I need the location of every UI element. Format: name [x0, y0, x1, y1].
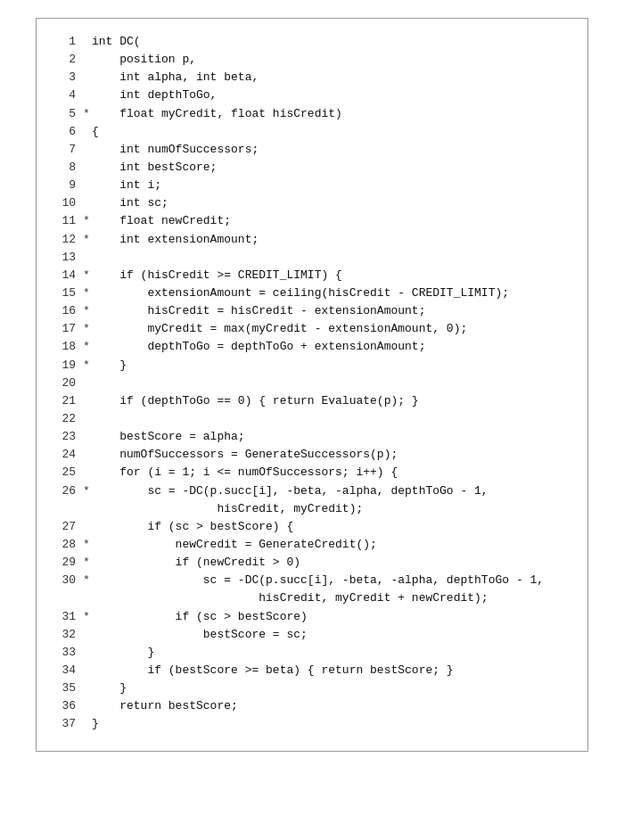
line-number: 19: [54, 357, 83, 375]
line-code-text: hisCredit, myCredit + newCredit);: [92, 589, 489, 607]
line-code-text: int i;: [92, 177, 161, 194]
code-line: 16* hisCredit = hisCredit - extensionAmo…: [54, 302, 570, 320]
line-star: *: [83, 105, 92, 123]
line-code-text: myCredit = max(myCredit - extensionAmoun…: [92, 320, 467, 338]
line-code-text: for (i = 1; i <= numOfSuccessors; i++) {: [92, 464, 398, 482]
line-number: 2: [54, 51, 83, 69]
line-code-text: newCredit = GenerateCredit();: [92, 536, 377, 554]
code-line: 25 for (i = 1; i <= numOfSuccessors; i++…: [54, 464, 570, 482]
line-number: 22: [54, 410, 83, 428]
line-code-text: if (hisCredit >= CREDIT_LIMIT) {: [92, 267, 342, 284]
code-line: 18* depthToGo = depthToGo + extensionAmo…: [54, 338, 570, 356]
line-code-text: int depthToGo,: [92, 86, 217, 104]
line-number: 1: [54, 33, 83, 51]
line-code-text: }: [92, 715, 99, 733]
code-line: 15* extensionAmount = ceiling(hisCredit …: [54, 284, 570, 302]
line-number: 34: [54, 662, 83, 679]
line-number: 27: [54, 518, 83, 536]
code-block: 1 int DC(2 position p,3 int alpha, int b…: [54, 33, 570, 733]
line-star: *: [83, 536, 92, 554]
line-number: 23: [54, 428, 83, 446]
code-line: 6 {: [54, 123, 570, 141]
code-line: 1 int DC(: [54, 33, 570, 51]
code-line: 33 }: [54, 644, 570, 662]
line-number: 35: [54, 679, 83, 697]
line-number: 6: [54, 123, 83, 141]
line-number: 10: [54, 194, 83, 212]
line-number: 16: [54, 302, 83, 320]
line-number: 7: [54, 141, 83, 159]
code-line: 10 int sc;: [54, 194, 570, 212]
code-line: 4 int depthToGo,: [54, 86, 570, 104]
line-number: 25: [54, 464, 83, 482]
line-code-text: sc = -DC(p.succ[i], -beta, -alpha, depth…: [92, 572, 544, 589]
line-number: 20: [54, 375, 83, 392]
line-code-text: int bestScore;: [92, 159, 217, 177]
line-code-text: sc = -DC(p.succ[i], -beta, -alpha, depth…: [92, 482, 489, 500]
line-number: 8: [54, 159, 83, 177]
code-line: 22: [54, 410, 570, 428]
code-line: 20: [54, 375, 570, 392]
code-line: 35 }: [54, 679, 570, 697]
code-line: 8 int bestScore;: [54, 159, 570, 177]
line-number: 37: [54, 715, 83, 733]
line-code-text: int sc;: [92, 194, 168, 212]
line-number: 31: [54, 608, 83, 626]
line-code-text: }: [92, 644, 154, 662]
code-line: 37 }: [54, 715, 570, 733]
line-number: 36: [54, 697, 83, 715]
line-star: *: [83, 231, 92, 249]
line-star: *: [83, 320, 92, 338]
line-code-text: }: [92, 679, 127, 697]
line-code-text: position p,: [92, 51, 196, 69]
line-number: 32: [54, 626, 83, 644]
line-number: 21: [54, 392, 83, 410]
line-code-text: }: [92, 357, 127, 375]
line-code-text: if (sc > bestScore): [92, 608, 308, 626]
code-line: 17* myCredit = max(myCredit - extensionA…: [54, 320, 570, 338]
code-line: 23 bestScore = alpha;: [54, 428, 570, 446]
line-code-text: if (bestScore >= beta) { return bestScor…: [92, 662, 454, 679]
code-line: 9 int i;: [54, 177, 570, 194]
code-line: 3 int alpha, int beta,: [54, 69, 570, 86]
line-star: *: [83, 284, 92, 302]
line-code-text: if (newCredit > 0): [92, 554, 300, 572]
code-line: hisCredit, myCredit);: [54, 500, 570, 518]
code-line: 19* }: [54, 357, 570, 375]
line-star: *: [83, 608, 92, 626]
line-star: *: [83, 338, 92, 356]
code-line: 11* float newCredit;: [54, 212, 570, 230]
code-line: 29* if (newCredit > 0): [54, 554, 570, 572]
code-line: 12* int extensionAmount;: [54, 231, 570, 249]
line-code-text: {: [92, 123, 99, 141]
line-star: *: [83, 212, 92, 230]
line-code-text: hisCredit = hisCredit - extensionAmount;: [92, 302, 425, 320]
line-star: *: [83, 572, 92, 589]
code-line: 30* sc = -DC(p.succ[i], -beta, -alpha, d…: [54, 572, 570, 589]
line-code-text: float newCredit;: [92, 212, 231, 230]
line-code-text: hisCredit, myCredit);: [92, 500, 363, 518]
line-code-text: numOfSuccessors = GenerateSuccessors(p);: [92, 446, 398, 464]
code-line: 14* if (hisCredit >= CREDIT_LIMIT) {: [54, 267, 570, 284]
code-line: 2 position p,: [54, 51, 570, 69]
line-star: *: [83, 302, 92, 320]
code-line: 26* sc = -DC(p.succ[i], -beta, -alpha, d…: [54, 482, 570, 500]
line-star: *: [83, 482, 92, 500]
line-code-text: if (depthToGo == 0) { return Evaluate(p)…: [92, 392, 419, 410]
code-line: 36 return bestScore;: [54, 697, 570, 715]
line-number: 13: [54, 249, 83, 267]
line-code-text: float myCredit, float hisCredit): [92, 105, 342, 123]
code-line: 28* newCredit = GenerateCredit();: [54, 536, 570, 554]
line-number: 24: [54, 446, 83, 464]
line-number: 33: [54, 644, 83, 662]
line-code-text: depthToGo = depthToGo + extensionAmount;: [92, 338, 425, 356]
line-number: 29: [54, 554, 83, 572]
line-number: 12: [54, 231, 83, 249]
line-code-text: return bestScore;: [92, 697, 238, 715]
line-number: 28: [54, 536, 83, 554]
code-line: 27 if (sc > bestScore) {: [54, 518, 570, 536]
code-line: 21 if (depthToGo == 0) { return Evaluate…: [54, 392, 570, 410]
code-line: 24 numOfSuccessors = GenerateSuccessors(…: [54, 446, 570, 464]
line-number: 4: [54, 86, 83, 104]
code-line: 34 if (bestScore >= beta) { return bestS…: [54, 662, 570, 679]
